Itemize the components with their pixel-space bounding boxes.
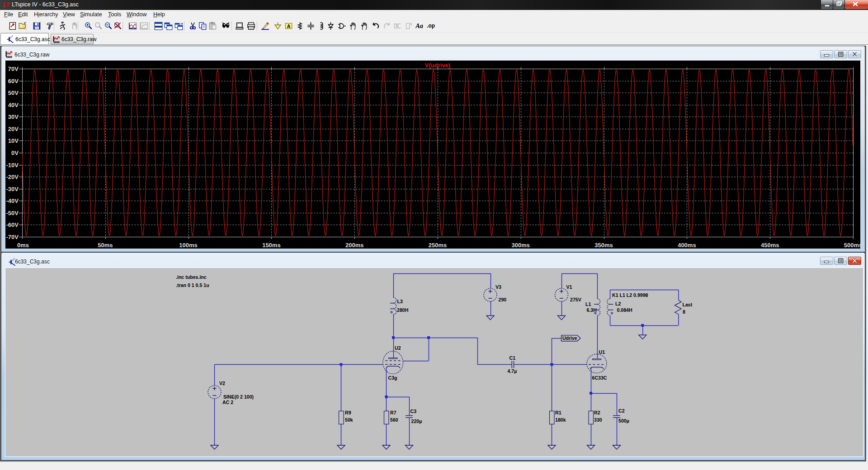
svg-text:.op: .op bbox=[427, 23, 435, 29]
svg-text:450ms: 450ms bbox=[761, 242, 779, 249]
svg-text:C3: C3 bbox=[410, 409, 417, 414]
svg-text:6.3H: 6.3H bbox=[587, 307, 597, 313]
svg-text:275V: 275V bbox=[570, 297, 581, 302]
svg-text:330: 330 bbox=[594, 417, 602, 423]
svg-text:40V: 40V bbox=[8, 102, 19, 108]
svg-text:8: 8 bbox=[683, 309, 685, 315]
svg-text:60V: 60V bbox=[8, 78, 19, 85]
svg-text:560: 560 bbox=[390, 417, 398, 423]
svg-text:SINE(0 2 100): SINE(0 2 100) bbox=[223, 394, 254, 400]
svg-text:4.7µ: 4.7µ bbox=[508, 368, 517, 374]
svg-text:L3: L3 bbox=[397, 299, 403, 304]
svg-text:R2: R2 bbox=[594, 410, 600, 415]
svg-text:C3g: C3g bbox=[388, 375, 397, 381]
svg-text:290: 290 bbox=[499, 297, 507, 302]
svg-text:500µ: 500µ bbox=[618, 418, 629, 423]
svg-text:R1: R1 bbox=[555, 410, 561, 415]
svg-text:500ms: 500ms bbox=[844, 242, 860, 249]
svg-text:10V: 10V bbox=[8, 137, 19, 144]
svg-text:.inc tubes.inc: .inc tubes.inc bbox=[176, 274, 207, 280]
svg-text:0.084H: 0.084H bbox=[617, 307, 632, 313]
svg-text:V1: V1 bbox=[566, 284, 572, 290]
svg-text:Last: Last bbox=[683, 302, 693, 307]
svg-text:30V: 30V bbox=[8, 113, 19, 120]
svg-text:-10V: -10V bbox=[6, 162, 19, 169]
svg-text:Udrive: Udrive bbox=[562, 335, 577, 341]
svg-text:70V: 70V bbox=[8, 66, 19, 72]
svg-text:C1: C1 bbox=[509, 355, 516, 361]
svg-text:AC 2: AC 2 bbox=[222, 400, 233, 405]
svg-text:220µ: 220µ bbox=[411, 418, 422, 424]
svg-text:-30V: -30V bbox=[6, 186, 19, 193]
svg-text:-50V: -50V bbox=[6, 210, 19, 216]
svg-text:R9: R9 bbox=[345, 410, 351, 415]
svg-text:180k: 180k bbox=[555, 417, 566, 423]
svg-text:200ms: 200ms bbox=[345, 242, 363, 249]
svg-text:250ms: 250ms bbox=[429, 242, 447, 249]
svg-text:U1: U1 bbox=[599, 349, 605, 355]
svg-text:V3: V3 bbox=[495, 284, 501, 290]
svg-text:-40V: -40V bbox=[6, 197, 19, 204]
svg-text:20V: 20V bbox=[8, 126, 19, 132]
svg-text:6C33C: 6C33C bbox=[592, 375, 607, 381]
svg-text:R7: R7 bbox=[390, 410, 396, 415]
svg-text:50V: 50V bbox=[8, 89, 19, 96]
svg-text:Aa: Aa bbox=[415, 22, 423, 29]
svg-text:-60V: -60V bbox=[6, 221, 19, 228]
svg-text:-20V: -20V bbox=[6, 174, 19, 180]
svg-text:K1 L1 L2 0.9998: K1 L1 L2 0.9998 bbox=[612, 292, 648, 298]
svg-text:50ms: 50ms bbox=[98, 242, 113, 249]
svg-text:V(udrive): V(udrive) bbox=[425, 62, 450, 69]
svg-text:.tran 0 1 0.5 1u: .tran 0 1 0.5 1u bbox=[176, 282, 209, 288]
svg-text:150ms: 150ms bbox=[262, 242, 280, 249]
svg-text:-70V: -70V bbox=[6, 234, 19, 240]
svg-text:350ms: 350ms bbox=[594, 242, 613, 249]
svg-text:280H: 280H bbox=[397, 307, 408, 313]
svg-text:L2: L2 bbox=[615, 301, 621, 306]
svg-text:0ms: 0ms bbox=[17, 242, 29, 249]
svg-text:300ms: 300ms bbox=[512, 242, 530, 249]
svg-text:0V: 0V bbox=[11, 150, 19, 156]
svg-text:400ms: 400ms bbox=[678, 242, 696, 249]
svg-text:L1: L1 bbox=[585, 301, 591, 307]
svg-text:100ms: 100ms bbox=[179, 242, 197, 249]
svg-text:U2: U2 bbox=[395, 345, 401, 351]
svg-text:50k: 50k bbox=[345, 417, 353, 423]
svg-text:V2: V2 bbox=[219, 381, 225, 386]
svg-text:C2: C2 bbox=[618, 408, 625, 414]
svg-text:A: A bbox=[287, 24, 291, 29]
svg-text:E: E bbox=[396, 24, 398, 28]
